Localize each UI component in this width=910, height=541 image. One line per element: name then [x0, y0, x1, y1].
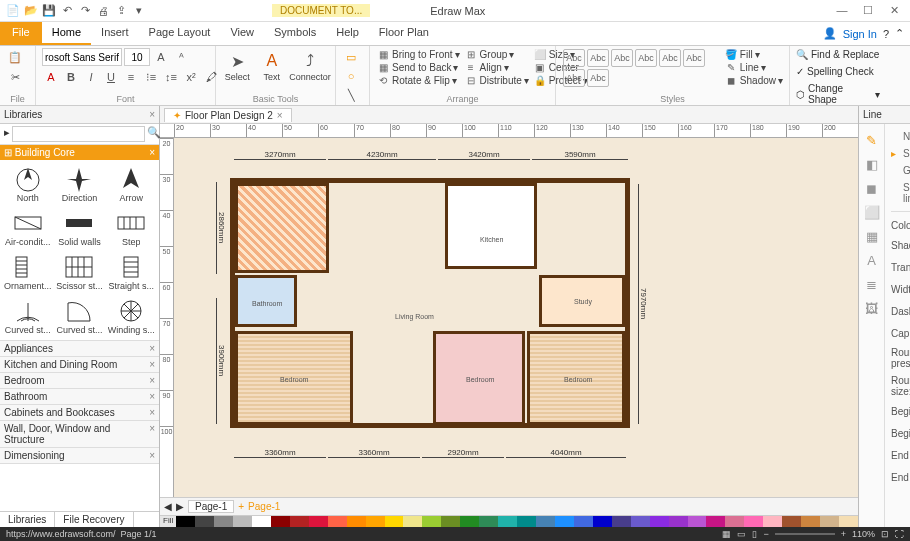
- style-preset[interactable]: Abc: [635, 49, 657, 67]
- shape-north[interactable]: North: [2, 162, 54, 206]
- color-swatch[interactable]: [650, 516, 669, 527]
- shrink-font-icon[interactable]: ᴬ: [172, 48, 190, 66]
- fill-style-icon[interactable]: ◧: [859, 152, 884, 176]
- style-preset[interactable]: Abc: [611, 49, 633, 67]
- cut-icon[interactable]: ✂: [6, 68, 24, 86]
- close-icon[interactable]: ×: [149, 343, 155, 354]
- color-swatch[interactable]: [725, 516, 744, 527]
- zoom-slider[interactable]: [775, 533, 835, 535]
- color-swatch[interactable]: [385, 516, 404, 527]
- document-tab[interactable]: ✦ Floor Plan Design 2 ×: [164, 108, 292, 122]
- close-icon[interactable]: ×: [149, 391, 155, 402]
- text-tool[interactable]: AText: [257, 48, 288, 82]
- color-swatch[interactable]: [460, 516, 479, 527]
- connector-tool[interactable]: ⤴Connector: [291, 48, 329, 82]
- color-swatch[interactable]: [290, 516, 309, 527]
- color-swatch[interactable]: [233, 516, 252, 527]
- shape-ornament[interactable]: Ornament...: [2, 250, 54, 294]
- paste-icon[interactable]: 📋: [6, 48, 24, 66]
- shape-solid-walls[interactable]: Solid walls: [54, 206, 106, 250]
- italic-button[interactable]: I: [82, 68, 100, 86]
- room-bathroom[interactable]: Bathroom: [235, 275, 297, 327]
- spell-button[interactable]: ✓Spelling Check: [796, 65, 874, 78]
- fullscreen-icon[interactable]: ⛶: [895, 529, 904, 539]
- color-swatch[interactable]: [403, 516, 422, 527]
- open-icon[interactable]: 📂: [24, 4, 38, 18]
- search-input[interactable]: [12, 126, 145, 142]
- file-menu[interactable]: File: [0, 22, 42, 45]
- close-icon[interactable]: ×: [149, 109, 155, 120]
- style-preset[interactable]: Abc: [683, 49, 705, 67]
- tab-file-recovery[interactable]: File Recovery: [55, 512, 133, 527]
- shape-straight-stair[interactable]: Straight s...: [105, 250, 157, 294]
- help-icon[interactable]: ?: [883, 28, 889, 40]
- view-mode-icon[interactable]: ▦: [722, 529, 731, 539]
- color-swatch[interactable]: [669, 516, 688, 527]
- color-swatch[interactable]: [441, 516, 460, 527]
- font-size-select[interactable]: [124, 48, 150, 66]
- line-opt-gradient[interactable]: Gradient line: [891, 162, 910, 179]
- export-icon[interactable]: ⇪: [114, 4, 128, 18]
- shape-scissor-stair[interactable]: Scissor st...: [54, 250, 106, 294]
- size-icon[interactable]: ⬜: [859, 200, 884, 224]
- style-preset[interactable]: Abc: [563, 49, 585, 67]
- zoom-out-icon[interactable]: −: [763, 529, 768, 539]
- close-button[interactable]: ✕: [882, 4, 906, 17]
- color-swatch[interactable]: [347, 516, 366, 527]
- select-tool[interactable]: ➤Select: [222, 48, 253, 82]
- shape-arrow[interactable]: Arrow: [105, 162, 157, 206]
- library-category[interactable]: Bathroom×: [0, 389, 159, 405]
- floor-plan[interactable]: 3270mm 4230mm 3420mm 3590mm 3360mm 3360m…: [210, 148, 650, 468]
- close-icon[interactable]: ×: [149, 359, 155, 370]
- line-shape-icon[interactable]: ╲: [342, 86, 360, 104]
- shape-curved-stair2[interactable]: Curved st...: [54, 294, 106, 338]
- print-icon[interactable]: 🖨: [96, 4, 110, 18]
- style-preset[interactable]: Abc: [587, 69, 609, 87]
- next-page-icon[interactable]: ▶: [176, 501, 184, 512]
- undo-icon[interactable]: ↶: [60, 4, 74, 18]
- color-swatch[interactable]: [688, 516, 707, 527]
- shape-curved-stair[interactable]: Curved st...: [2, 294, 54, 338]
- bold-button[interactable]: B: [62, 68, 80, 86]
- color-swatch[interactable]: [820, 516, 839, 527]
- shape-air-conditioner[interactable]: Air-condit...: [2, 206, 54, 250]
- distribute-button[interactable]: ⊟Distribute ▾: [464, 74, 529, 87]
- color-swatch[interactable]: [176, 516, 195, 527]
- minimize-button[interactable]: —: [830, 4, 854, 17]
- color-swatch[interactable]: [366, 516, 385, 527]
- room[interactable]: [235, 183, 329, 273]
- align-left-icon[interactable]: ≡: [122, 68, 140, 86]
- close-icon[interactable]: ×: [149, 407, 155, 418]
- library-category[interactable]: Cabinets and Bookcases×: [0, 405, 159, 421]
- chevron-down-icon[interactable]: ▾: [132, 4, 146, 18]
- close-icon[interactable]: ×: [277, 110, 283, 121]
- tab-home[interactable]: Home: [42, 22, 91, 45]
- tab-help[interactable]: Help: [326, 22, 369, 45]
- close-icon[interactable]: ×: [149, 147, 155, 158]
- color-swatch[interactable]: [801, 516, 820, 527]
- add-page-icon[interactable]: +: [238, 501, 244, 512]
- color-swatch[interactable]: [744, 516, 763, 527]
- tab-insert[interactable]: Insert: [91, 22, 139, 45]
- redo-icon[interactable]: ↷: [78, 4, 92, 18]
- rotate-flip-button[interactable]: ⟲Rotate & Flip ▾: [376, 74, 460, 87]
- superscript-icon[interactable]: x²: [182, 68, 200, 86]
- style-preset[interactable]: Abc: [587, 49, 609, 67]
- library-category[interactable]: Wall, Door, Window and Structure×: [0, 421, 159, 448]
- color-swatch[interactable]: [536, 516, 555, 527]
- close-icon[interactable]: ×: [149, 375, 155, 386]
- style-preset[interactable]: Abc: [659, 49, 681, 67]
- oval-shape-icon[interactable]: ○: [342, 67, 360, 85]
- align-button[interactable]: ≡Align ▾: [464, 61, 529, 74]
- room-bedroom[interactable]: Bedroom: [527, 331, 625, 425]
- new-icon[interactable]: 📄: [6, 4, 20, 18]
- change-shape-button[interactable]: ⬡Change Shape ▾: [796, 82, 880, 106]
- save-icon[interactable]: 💾: [42, 4, 56, 18]
- shape-step[interactable]: Step: [105, 206, 157, 250]
- shadow-style-icon[interactable]: ◼: [859, 176, 884, 200]
- color-swatch[interactable]: [782, 516, 801, 527]
- line-spacing-icon[interactable]: ↕≡: [162, 68, 180, 86]
- underline-button[interactable]: U: [102, 68, 120, 86]
- collapse-ribbon-icon[interactable]: ⌃: [895, 27, 904, 40]
- shadow-button[interactable]: ◼Shadow ▾: [724, 74, 783, 87]
